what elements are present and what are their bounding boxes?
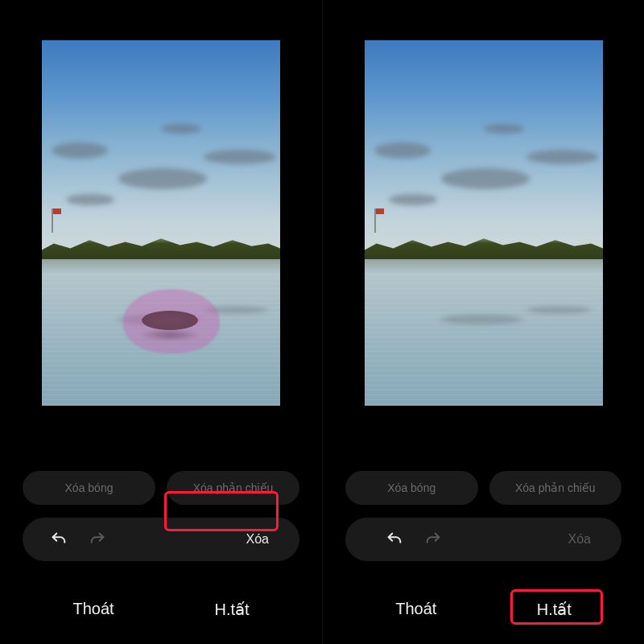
screen-before: Xóa bóng Xóa phản chiếu Xóa Thoát H.tất — [0, 0, 322, 644]
undo-icon[interactable] — [50, 530, 68, 548]
exit-button[interactable]: Thoát — [384, 595, 448, 624]
done-button[interactable]: H.tất — [526, 595, 583, 624]
photo-canvas[interactable] — [42, 40, 280, 406]
photo-canvas[interactable] — [365, 40, 603, 406]
water-region — [365, 259, 603, 406]
flagpole — [52, 208, 53, 233]
undo-icon[interactable] — [386, 530, 403, 548]
action-bar: Xóa — [345, 518, 621, 561]
redo-icon[interactable] — [424, 530, 442, 548]
remove-reflection-button[interactable]: Xóa phản chiếu — [489, 471, 622, 505]
remove-shadow-button[interactable]: Xóa bóng — [23, 471, 155, 505]
remove-shadow-button[interactable]: Xóa bóng — [345, 471, 478, 505]
erase-button: Xóa — [544, 523, 615, 555]
remove-reflection-button[interactable]: Xóa phản chiếu — [167, 471, 299, 505]
editor-controls: Xóa bóng Xóa phản chiếu Xóa Thoát H.tất — [323, 455, 644, 644]
erase-selection-mask[interactable] — [123, 289, 220, 353]
flagpole — [374, 208, 376, 233]
done-button[interactable]: H.tất — [203, 595, 260, 624]
action-bar: Xóa — [23, 518, 299, 561]
redo-icon[interactable] — [89, 530, 106, 548]
screen-after: Xóa bóng Xóa phản chiếu Xóa Thoát H.tất — [322, 0, 644, 644]
erase-button[interactable]: Xóa — [222, 523, 293, 555]
editor-controls: Xóa bóng Xóa phản chiếu Xóa Thoát H.tất — [0, 455, 322, 644]
exit-button[interactable]: Thoát — [61, 595, 125, 624]
